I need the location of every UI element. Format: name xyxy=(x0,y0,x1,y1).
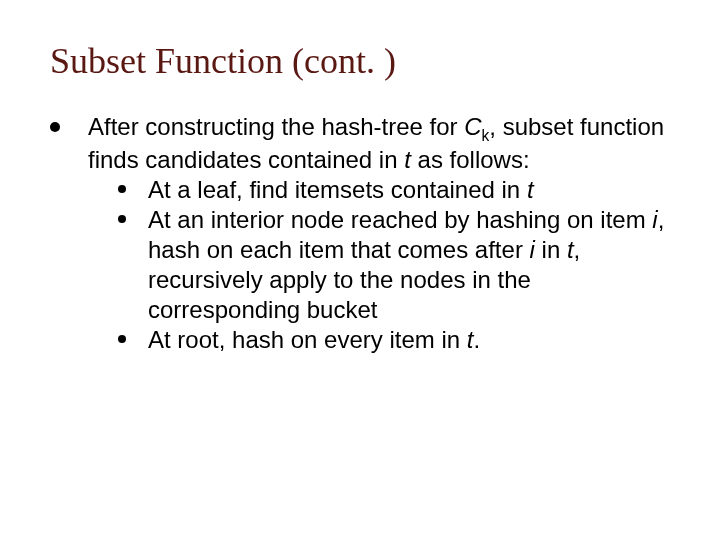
list-item-text: At a leaf, find itemsets contained in t xyxy=(148,175,670,205)
var-t: t xyxy=(404,146,411,173)
bullet-icon xyxy=(50,122,60,132)
bullet-icon xyxy=(118,335,126,343)
var-c: C xyxy=(464,113,481,140)
list-item: After constructing the hash-tree for Ck,… xyxy=(50,112,670,355)
bullet-icon xyxy=(118,185,126,193)
slide: Subset Function (cont. ) After construct… xyxy=(0,0,720,540)
text-run: At a leaf, find itemsets contained in xyxy=(148,176,527,203)
sub-list: At a leaf, find itemsets contained in t … xyxy=(88,175,670,355)
list-item: At root, hash on every item in t. xyxy=(118,325,670,355)
list-item: At a leaf, find itemsets contained in t xyxy=(118,175,670,205)
slide-title: Subset Function (cont. ) xyxy=(50,40,670,82)
var-t: t xyxy=(567,236,574,263)
list-item-text: At root, hash on every item in t. xyxy=(148,325,670,355)
var-t: t xyxy=(467,326,474,353)
bullet-icon xyxy=(118,215,126,223)
text-run: After constructing the hash-tree for xyxy=(88,113,464,140)
text-run: . xyxy=(474,326,481,353)
list-item: At an interior node reached by hashing o… xyxy=(118,205,670,325)
list-item-text: After constructing the hash-tree for Ck,… xyxy=(88,112,670,355)
text-run: in xyxy=(535,236,567,263)
text-run: At an interior node reached by hashing o… xyxy=(148,206,652,233)
text-run: as follows: xyxy=(411,146,530,173)
slide-body: After constructing the hash-tree for Ck,… xyxy=(50,112,670,355)
text-run: At root, hash on every item in xyxy=(148,326,467,353)
var-t: t xyxy=(527,176,534,203)
list-item-text: At an interior node reached by hashing o… xyxy=(148,205,670,325)
